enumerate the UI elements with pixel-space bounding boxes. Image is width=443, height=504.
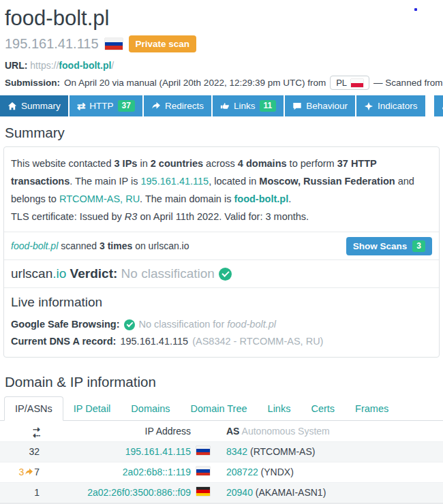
subtab-ip-detail[interactable]: IP Detail [63,397,121,420]
page-title: food-bolt.pl [5,5,443,31]
summary-panel: This website contacted 3 IPs in 2 countr… [3,146,440,358]
tab-label: Indicators [378,101,418,111]
as-header: AS Autonomous System [224,421,443,441]
brand-name: urlscan [11,266,52,281]
tab-redirects[interactable]: Redirects [144,95,211,116]
show-scans-count-badge: 3 [412,240,425,252]
requests-exchange-icon: ⇢⇠ [33,426,40,439]
subtab-certs[interactable]: Certs [301,397,345,420]
ip-link[interactable]: 195.161.41.115 [125,446,191,457]
tab-label: Redirects [165,101,204,111]
subtab-domains[interactable]: Domains [121,397,180,420]
tab-behaviour[interactable]: Behaviour [285,95,355,116]
private-scan-badge: Private scan [129,35,197,52]
submission-country-pill: PL [330,76,369,90]
domain-ip-subtabs: IP/ASNs IP Detail Domains Domain Tree Li… [0,396,443,421]
main-domain-link[interactable]: food-bolt.pl [234,193,288,204]
url-path: / [111,60,114,71]
request-count: 32 [0,441,42,462]
indicator-star-icon [364,101,373,111]
blue-dot-artifact [414,8,417,11]
tls-line: TLS certificate: Issued by R3 on April 1… [11,211,309,222]
ip-link[interactable]: 2a02:26f0:3500:886::f09 [87,487,191,498]
asn-link[interactable]: 208722 [226,467,258,477]
scanned-domain-link[interactable]: food-bolt.pl [11,240,58,251]
table-row: 32 195.161.41.115 8342 (RTCOMM-AS) [0,441,443,462]
domain-ip-heading: Domain & IP information [5,374,443,390]
gsb-check-icon [124,319,135,330]
ip-link[interactable]: 2a02:6b8::1:119 [123,467,191,477]
subtab-ip-asns[interactable]: IP/ASNs [4,396,63,421]
urlscan-result-page: food-bolt.pl 195.161.41.115 Private scan… [0,0,443,504]
main-tabbar: Summary ⇄ HTTP 37 Redirects Links 11 Beh… [0,95,443,116]
main-ip: 195.161.41.115 [5,36,99,52]
tab-label: Behaviour [306,101,348,111]
tab-http[interactable]: ⇄ HTTP 37 [70,95,142,116]
request-count: 7 [34,467,40,477]
url-line: URL: https://food-bolt.pl/ [5,60,443,71]
russia-flag-icon [196,446,210,455]
verdict-value: No classification [121,266,215,281]
tab-indicators[interactable]: Indicators [356,95,425,116]
as-name: (YNDX) [261,467,294,477]
dns-asn: (AS8342 - RTCOMM-AS, RU) [192,333,323,350]
submission-line: Submission: On April 20 via manual (Apri… [5,76,443,90]
scanned-row: food-bolt.pl scanned 3 times on urlscan.… [4,232,439,259]
dns-record-line: Current DNS A record: 195.161.41.115 (AS… [11,333,432,350]
redirect-arrow-icon [25,468,33,477]
live-information-block: Live information Google Safe Browsing: N… [4,288,439,357]
live-information-heading: Live information [11,295,432,310]
request-count: 1 [0,482,42,503]
submission-text: On April 20 via manual (April 20th 2022,… [64,78,326,88]
redirect-from-count: 3 [18,467,24,477]
russia-flag-icon [196,467,210,475]
scan-subtitle: 195.161.41.115 Private scan [5,35,443,52]
subtab-links[interactable]: Links [258,397,301,420]
share-arrow-icon [151,101,161,111]
ip-asn-table: ⇢⇠ IP Address AS Autonomous System 32 19… [0,421,443,503]
asn-link[interactable]: RTCOMM-AS, RU [59,193,140,204]
verdict-label: Verdict: [70,266,118,281]
show-scans-button[interactable]: Show Scans 3 [346,237,432,255]
google-safe-browsing-line: Google Safe Browsing: No classification … [11,316,432,333]
tab-label: HTTP [89,101,113,111]
as-name: (RTCOMM-AS) [250,446,315,457]
russia-flag-icon [105,38,123,50]
summary-text: This website contacted 3 IPs in 2 countr… [4,147,439,232]
as-name: (AKAMAI-ASN1) [256,487,326,498]
brand-tld: .io [52,266,66,281]
germany-flag-icon [196,487,210,496]
asn-link[interactable]: 8342 [226,446,247,457]
scanned-from-separator: — Scanned from [373,78,442,88]
ip-address-header: IP Address [42,421,194,441]
gsb-domain: food-bolt.pl [227,319,276,330]
subtab-frames[interactable]: Frames [345,397,399,420]
dns-ip: 195.161.41.115 [120,333,188,350]
tab-label: Summary [21,101,61,111]
url-domain-link[interactable]: food-bolt.pl [59,60,111,71]
exchange-icon: ⇄ [77,101,86,111]
verdict-check-icon [219,268,232,281]
submission-label: Submission: [5,78,60,88]
http-count-badge: 37 [118,100,135,112]
summary-heading: Summary [5,125,443,141]
main-ip-link[interactable]: 195.161.41.115 [140,176,209,187]
poland-flag-icon [351,79,363,87]
links-count-badge: 11 [260,100,277,112]
url-label: URL: [5,60,27,71]
tab-summary[interactable]: Summary [0,95,68,116]
url-scheme: https:// [30,60,59,71]
home-icon [7,101,17,111]
submission-country-code: PL [336,78,347,88]
asn-link[interactable]: 20940 [226,487,253,498]
comment-icon [292,101,302,111]
flag-column-header [194,421,224,441]
verdict-row: urlscan.io Verdict: No classification [4,260,439,287]
table-row: 37 2a02:6b8::1:119 208722 (YNDX) [0,462,443,482]
table-row: 1 2a02:26f0:3500:886::f09 20940 (AKAMAI-… [0,482,443,503]
subtab-domain-tree[interactable]: Domain Tree [181,397,258,420]
tab-links[interactable]: Links 11 [213,95,284,116]
tab-label: Links [234,101,256,111]
table-header-row: ⇢⇠ IP Address AS Autonomous System [0,421,443,441]
tab-similar[interactable]: Similar [434,95,443,116]
